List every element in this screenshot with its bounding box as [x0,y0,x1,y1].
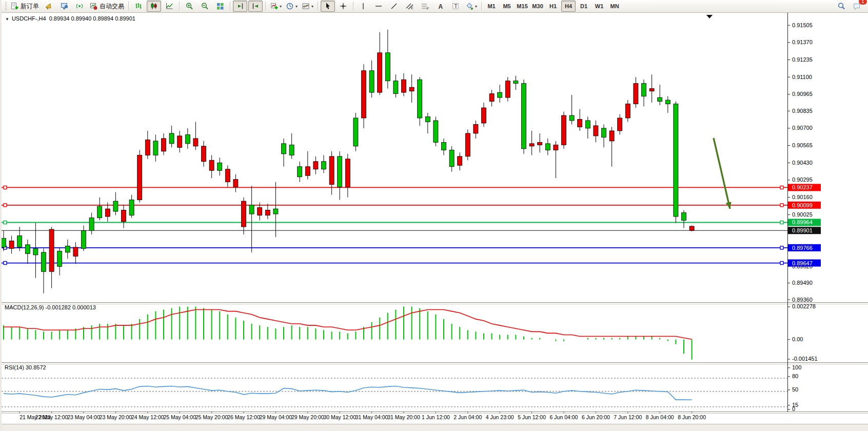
timeframe-m30-button[interactable]: M30 [530,1,545,12]
terminal-button[interactable] [57,1,71,12]
support-line-blue-2-handle[interactable] [4,262,7,265]
support-line-green-handle[interactable] [4,221,7,224]
date-axis-label: 6 Jun 20:00 [582,414,610,420]
periods-button[interactable]: ▾ [284,1,299,12]
auto-scroll-icon [251,2,260,10]
channel-button[interactable]: E [402,1,417,12]
candle [153,141,158,155]
price-axis-label: 0.90965 [792,91,813,97]
new-order-button-label: 新订单 [21,2,39,11]
date-axis-label: 8 Jun 04:00 [646,414,674,420]
candle [169,133,174,144]
indicators-button[interactable]: ▾ [268,1,283,12]
candle [73,247,78,256]
trendline-button[interactable] [387,1,401,12]
date-axis-label: 2 Jun 04:00 [453,414,482,420]
support-line-green-handle[interactable] [780,221,783,224]
tile-windows-button[interactable] [213,1,227,12]
date-axis-label: 1 Jun 12:00 [422,414,450,420]
bottom-strip [2,424,868,431]
resistance-line-2-handle[interactable] [780,204,783,207]
date-axis-label: 23 May 04:00 [67,414,100,420]
alerts-button[interactable] [42,1,56,12]
resistance-line-1-price-badge-text: 0.90237 [792,184,813,190]
resistance-line-1-handle[interactable] [780,186,783,189]
zoom-out-button[interactable] [198,1,212,12]
bar-chart-button[interactable] [131,1,146,12]
signals-button[interactable] [72,1,87,12]
vline-icon [359,2,368,10]
toolbar-separator [128,2,129,11]
svg-text:A: A [438,3,443,10]
date-axis-label: 24 May 12:00 [131,414,164,420]
hline-icon [374,2,383,10]
timeframe-mn-button[interactable]: MN [607,1,622,12]
zoom-in-button[interactable] [182,1,196,12]
date-axis-label: 23 May 20:00 [100,414,132,420]
candle [545,144,550,150]
new-order-button[interactable]: 新订单 [9,1,41,12]
cursor-icon [324,2,332,10]
fibonacci-button[interactable]: F [418,1,432,12]
autotrading-button[interactable]: 自动交易 [88,1,126,12]
chart-menu-icon[interactable]: ▼ [5,17,9,22]
vertical-line-button[interactable] [356,1,370,12]
candle [233,180,238,187]
candle [305,167,310,175]
candle-chart-button[interactable] [147,1,161,12]
chart-shift-button[interactable] [233,1,247,12]
candle [489,94,494,102]
timeframe-m1-button[interactable]: M1 [484,1,499,12]
crosshair-button[interactable] [336,1,350,12]
timeframe-w1-button[interactable]: W1 [592,1,606,12]
candle [362,71,366,118]
auto-scroll-button[interactable] [248,1,263,12]
search-button[interactable] [834,1,849,12]
price-axis-label: 0.89360 [792,297,813,303]
date-axis-label: 8 Jun 20:00 [678,414,706,420]
price-axis-label: 0.90160 [792,194,813,200]
candle [498,92,502,97]
toolbar: 新订单自动交易▾▾▾EFAT▾M1M5M15M30H1H4D1W1MN1 [2,0,868,13]
templates-button[interactable]: ▾ [300,1,315,12]
price-chart[interactable]: 0.915050.913700.912350.911000.909650.908… [2,13,868,431]
price-axis-label: 0.90295 [792,177,813,183]
timeframe-d1-button[interactable]: D1 [577,1,591,12]
cursor-button[interactable] [321,1,335,12]
rsi-label: RSI(14) 30.8572 [5,364,46,370]
text-button[interactable]: A [433,1,447,12]
line-chart-icon [165,2,174,10]
candle [242,201,246,227]
price-axis-label: 0.90025 [792,211,813,218]
mt4-window: 新订单自动交易▾▾▾EFAT▾M1M5M15M30H1H4D1W1MN1 0.9… [0,0,868,431]
support-line-blue-1-handle[interactable] [780,246,783,249]
timeframe-m15-button[interactable]: M15 [515,1,529,12]
toolbar-separator [481,2,482,11]
candle [658,97,662,101]
candle [482,108,486,123]
timeframe-h4-button[interactable]: H4 [561,1,576,12]
candle [129,200,134,215]
text-label-button[interactable]: T [448,1,463,12]
shapes-button[interactable]: ▾ [464,1,479,12]
candle [322,162,326,169]
line-chart-button[interactable] [162,1,176,12]
candle [505,81,510,97]
timeframe-m5-button[interactable]: M5 [500,1,514,12]
notifications-button[interactable]: 1 [850,1,864,12]
shapes-icon [465,2,474,10]
date-axis-label: 30 May 12:00 [323,414,356,420]
candle [682,213,686,221]
horizontal-line-button[interactable] [371,1,386,12]
resistance-line-2-handle[interactable] [4,204,7,207]
date-axis-label: 29 May 04:00 [260,414,292,420]
candle [329,156,334,185]
candle [162,139,166,151]
support-line-blue-2-handle[interactable] [780,262,783,265]
resistance-line-1-handle[interactable] [4,186,7,189]
timeframe-h1-button[interactable]: H1 [546,1,560,12]
candle [369,71,374,92]
rsi-axis-label: 80 [792,373,798,379]
candle [218,163,222,170]
tile-windows-icon [216,2,225,10]
